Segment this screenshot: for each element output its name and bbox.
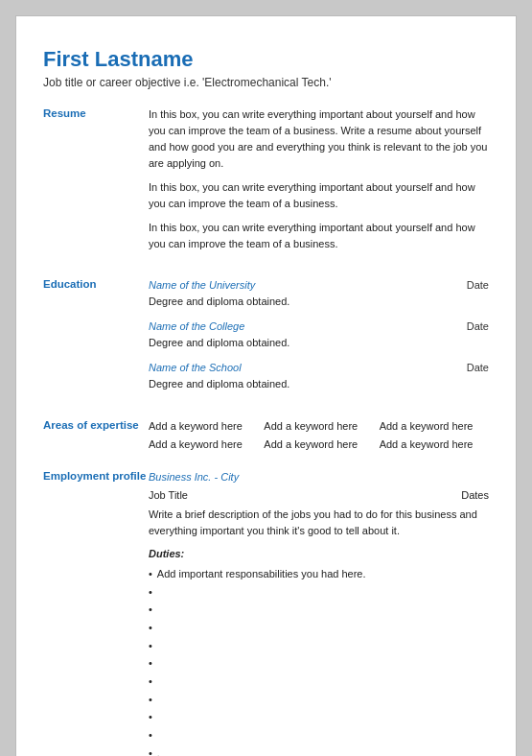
education-label: Education	[43, 277, 149, 401]
duty-item-7	[149, 691, 489, 709]
resume-para-1: In this box, you can write everything im…	[149, 106, 489, 172]
duty-item-3	[149, 619, 489, 637]
name-heading: First Lastname	[43, 47, 489, 72]
edu-entry-0: Name of the University Date Degree and d…	[149, 277, 489, 309]
keyword-5: Add a keyword here	[380, 437, 489, 453]
edu-degree-1: Degree and diploma obtained.	[149, 335, 489, 351]
edu-row-1: Name of the College Date	[149, 319, 489, 335]
education-content: Name of the University Date Degree and d…	[149, 277, 489, 401]
keyword-2: Add a keyword here	[380, 418, 489, 435]
keywords-grid: Add a keyword here Add a keyword here Ad…	[149, 418, 489, 452]
keyword-1: Add a keyword here	[264, 418, 373, 435]
duty-item-10: .	[149, 744, 489, 756]
edu-row-2: Name of the School Date	[149, 360, 489, 376]
employment-section: Employment profile Business Inc. - City …	[43, 469, 489, 756]
edu-inst-1: Name of the College	[149, 319, 244, 335]
edu-date-1: Date	[467, 319, 489, 335]
expertise-content: Add a keyword here Add a keyword here Ad…	[149, 418, 489, 452]
edu-degree-2: Degree and diploma obtained.	[149, 376, 489, 392]
resume-para-2: In this box, you can write everything im…	[149, 179, 489, 212]
employment-content: Business Inc. - City Job Title Dates Wri…	[149, 469, 489, 756]
duty-item-6	[149, 673, 489, 691]
edu-date-0: Date	[467, 277, 489, 294]
edu-degree-0: Degree and diploma obtained.	[149, 294, 489, 310]
keyword-3: Add a keyword here	[149, 437, 258, 453]
resume-content: In this box, you can write everything im…	[149, 106, 489, 260]
subtitle-heading: Job title or career objective i.e. 'Elec…	[43, 76, 489, 89]
edu-inst-2: Name of the School	[149, 360, 242, 376]
resume-para-3: In this box, you can write everything im…	[149, 220, 489, 252]
duty-item-1	[149, 583, 489, 602]
emp-description: Write a brief description of the jobs yo…	[149, 507, 489, 538]
employment-label: Employment profile	[43, 469, 149, 756]
expertise-section: Areas of expertise Add a keyword here Ad…	[43, 418, 489, 452]
emp-title-row: Job Title Dates	[149, 487, 489, 504]
duty-item-9	[149, 726, 489, 744]
duty-item-0: Add important responsabilities you had h…	[149, 565, 489, 583]
duties-label: Duties:	[149, 546, 489, 562]
resume-label: Resume	[43, 106, 149, 260]
duty-item-8	[149, 708, 489, 726]
duty-item-2	[149, 601, 489, 619]
edu-entry-2: Name of the School Date Degree and diplo…	[149, 360, 489, 391]
duty-item-5	[149, 654, 489, 673]
keyword-0: Add a keyword here	[149, 418, 258, 435]
emp-dates: Dates	[461, 487, 489, 504]
edu-date-2: Date	[467, 360, 489, 376]
duty-item-4	[149, 637, 489, 655]
edu-row-0: Name of the University Date	[149, 277, 489, 294]
resume-page: First Lastname Job title or career objec…	[15, 15, 517, 756]
education-section: Education Name of the University Date De…	[43, 277, 489, 401]
expertise-label: Areas of expertise	[43, 418, 149, 452]
edu-entry-1: Name of the College Date Degree and dipl…	[149, 319, 489, 350]
keyword-4: Add a keyword here	[264, 437, 373, 453]
edu-inst-0: Name of the University	[149, 277, 255, 294]
resume-section: Resume In this box, you can write everyt…	[43, 106, 489, 260]
emp-job-title: Job Title	[149, 487, 188, 504]
emp-company: Business Inc. - City	[149, 469, 489, 485]
